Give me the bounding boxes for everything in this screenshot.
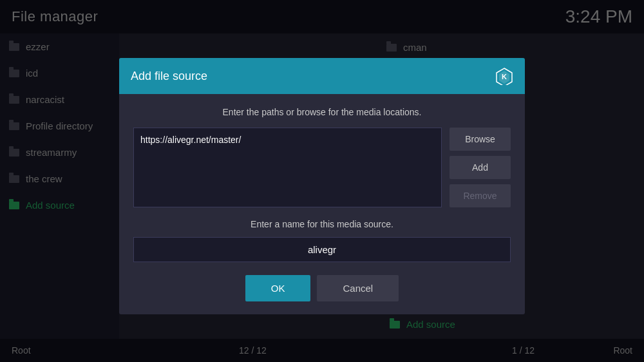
dialog-path-instruction: Enter the paths or browse for the media … [133,107,511,117]
kodi-logo-icon: K [495,67,513,85]
dialog-header: Add file source K [119,58,525,94]
remove-button[interactable]: Remove [450,184,511,207]
dialog-path-value: https://alivegr.net/master/ [140,135,435,145]
dialog-name-instruction: Enter a name for this media source. [133,219,511,229]
add-button[interactable]: Add [450,156,511,179]
dialog-title: Add file source [131,70,207,83]
dialog-path-area: https://alivegr.net/master/ Browse Add R… [133,128,511,207]
browse-button[interactable]: Browse [450,128,511,151]
cancel-button[interactable]: Cancel [317,275,399,301]
dialog-name-input[interactable] [133,237,511,262]
dialog-path-input[interactable]: https://alivegr.net/master/ [133,128,442,207]
ok-button[interactable]: OK [245,275,311,301]
svg-text:K: K [502,73,507,81]
add-file-source-dialog: Add file source K Enter the paths or bro… [119,58,525,314]
dialog-confirm-buttons: OK Cancel [133,275,511,301]
dialog-body: Enter the paths or browse for the media … [119,94,525,314]
dialog-action-group: Browse Add Remove [450,128,511,207]
